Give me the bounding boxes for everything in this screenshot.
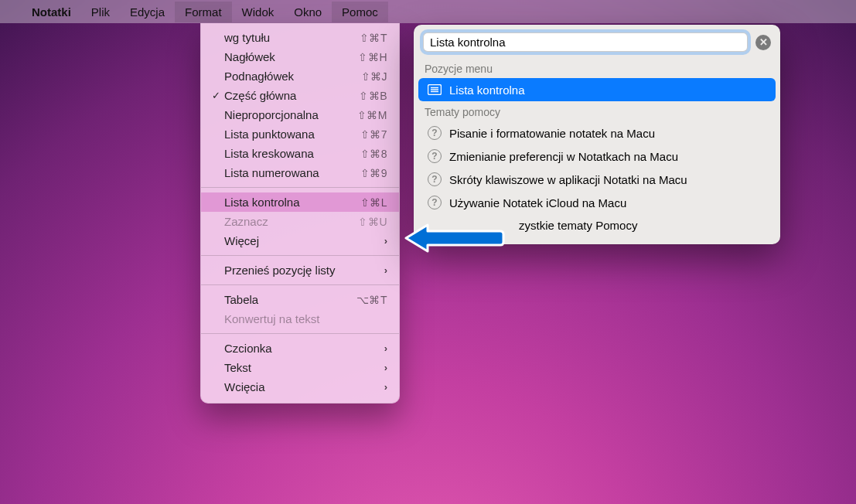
format-item-more[interactable]: Więcej › bbox=[201, 231, 399, 250]
checkmark-icon: ✓ bbox=[209, 90, 223, 101]
help-popover: ✕ Pozycje menu Lista kontrolna Tematy po… bbox=[414, 25, 780, 244]
help-topic-icon: ? bbox=[428, 196, 442, 209]
menubar: Notatki Plik Edycja Format Widok Okno Po… bbox=[0, 0, 856, 23]
format-item-bulleted[interactable]: Lista punktowana ⇧⌘7 bbox=[201, 124, 399, 144]
menu-separator bbox=[201, 333, 399, 334]
help-search-row: ✕ bbox=[414, 25, 780, 58]
format-item-convert-text: Konwertuj na tekst bbox=[201, 309, 399, 329]
format-item-subheading[interactable]: Podnagłówek ⇧⌘J bbox=[201, 66, 399, 86]
format-item-numbered[interactable]: Lista numerowana ⇧⌘9 bbox=[201, 163, 399, 182]
menu-window[interactable]: Okno bbox=[284, 2, 332, 22]
format-item-monospaced[interactable]: Nieproporcjonalna ⇧⌘M bbox=[201, 105, 399, 124]
help-search-input[interactable] bbox=[423, 32, 748, 52]
help-topic-row[interactable]: ? Skróty klawiszowe w aplikacji Notatki … bbox=[418, 168, 776, 191]
help-section-topics: Tematy pomocy bbox=[414, 101, 780, 121]
help-topic-row[interactable]: ? Używanie Notatek iCloud na Macu bbox=[418, 191, 776, 214]
help-topic-icon: ? bbox=[428, 149, 442, 163]
menu-view[interactable]: Widok bbox=[232, 2, 285, 22]
menu-separator bbox=[201, 255, 399, 256]
menu-separator bbox=[201, 284, 399, 285]
help-topic-row[interactable]: ? Zmienianie preferencji w Notatkach na … bbox=[418, 145, 776, 168]
format-item-table[interactable]: Tabela ⌥⌘T bbox=[201, 290, 399, 309]
format-item-text[interactable]: Tekst › bbox=[201, 358, 399, 377]
format-item-indent[interactable]: Wcięcia › bbox=[201, 377, 399, 397]
chevron-right-icon: › bbox=[384, 342, 387, 354]
format-item-checklist[interactable]: Lista kontrolna ⇧⌘L bbox=[201, 192, 399, 212]
app-menu[interactable]: Notatki bbox=[22, 2, 81, 22]
chevron-right-icon: › bbox=[384, 264, 387, 276]
clear-search-icon[interactable]: ✕ bbox=[755, 35, 771, 50]
menu-item-icon bbox=[428, 83, 442, 97]
format-item-move-list[interactable]: Przenieś pozycję listy › bbox=[201, 261, 399, 280]
menu-help[interactable]: Pomoc bbox=[332, 2, 388, 22]
help-pointer-arrow-icon bbox=[404, 223, 505, 253]
format-item-title[interactable]: wg tytułu ⇧⌘T bbox=[201, 28, 399, 47]
format-item-body[interactable]: ✓ Część główna ⇧⌘B bbox=[201, 86, 399, 105]
menu-format[interactable]: Format bbox=[175, 2, 232, 22]
chevron-right-icon: › bbox=[384, 235, 387, 247]
help-result-menu-checklist[interactable]: Lista kontrolna bbox=[418, 78, 776, 101]
format-item-dashed[interactable]: Lista kreskowana ⇧⌘8 bbox=[201, 144, 399, 163]
format-item-mark: Zaznacz ⇧⌘U bbox=[201, 212, 399, 231]
format-item-font[interactable]: Czcionka › bbox=[201, 339, 399, 358]
help-topic-icon: ? bbox=[428, 126, 442, 140]
help-topic-row[interactable]: ? Pisanie i formatowanie notatek na Macu bbox=[418, 121, 776, 145]
chevron-right-icon: › bbox=[384, 381, 387, 393]
menu-edit[interactable]: Edycja bbox=[120, 2, 175, 22]
help-section-menu-items: Pozycje menu bbox=[414, 58, 780, 78]
chevron-right-icon: › bbox=[384, 362, 387, 373]
menu-separator bbox=[201, 187, 399, 188]
help-topic-icon: ? bbox=[428, 172, 442, 186]
menu-file[interactable]: Plik bbox=[81, 2, 120, 22]
format-item-heading[interactable]: Nagłówek ⇧⌘H bbox=[201, 47, 399, 66]
format-dropdown: wg tytułu ⇧⌘T Nagłówek ⇧⌘H Podnagłówek ⇧… bbox=[200, 23, 400, 404]
